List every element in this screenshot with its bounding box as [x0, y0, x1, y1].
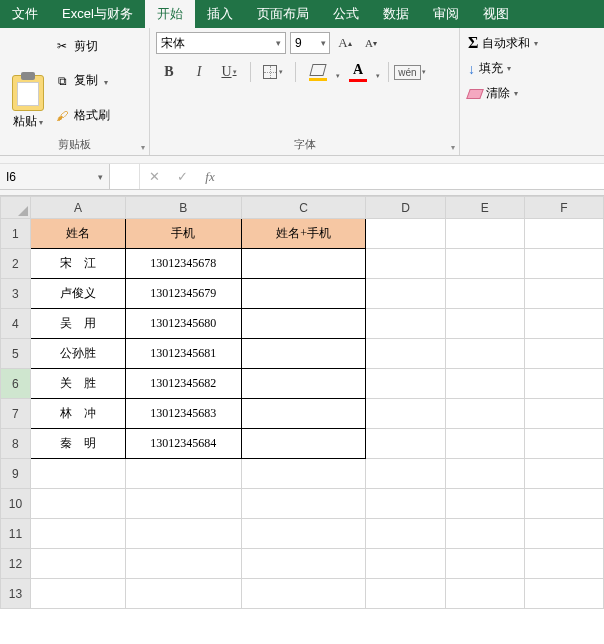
row-header-9[interactable]: 9 [1, 459, 31, 489]
cell-C9[interactable] [241, 459, 366, 489]
cell-B4[interactable]: 13012345680 [126, 309, 242, 339]
cell-F4[interactable] [524, 309, 603, 339]
font-name-select[interactable]: 宋体 [156, 32, 286, 54]
clear-button[interactable]: 清除 ▾ [468, 85, 596, 102]
bold-button[interactable]: B [156, 60, 182, 84]
cell-F13[interactable] [524, 579, 603, 609]
cell-D1[interactable] [366, 219, 445, 249]
cell-A4[interactable]: 吴 用 [30, 309, 125, 339]
cell-A7[interactable]: 林 冲 [30, 399, 125, 429]
cell-B8[interactable]: 13012345684 [126, 429, 242, 459]
cell-C8[interactable] [241, 429, 366, 459]
cell-E4[interactable] [445, 309, 524, 339]
cell-C13[interactable] [241, 579, 366, 609]
col-header-F[interactable]: F [524, 197, 603, 219]
cell-C3[interactable] [241, 279, 366, 309]
cell-D5[interactable] [366, 339, 445, 369]
cell-A5[interactable]: 公孙胜 [30, 339, 125, 369]
cell-B13[interactable] [126, 579, 242, 609]
font-color-button[interactable]: A [344, 62, 372, 82]
cell-D3[interactable] [366, 279, 445, 309]
formula-input[interactable] [224, 164, 604, 189]
cell-F1[interactable] [524, 219, 603, 249]
cell-F2[interactable] [524, 249, 603, 279]
row-header-8[interactable]: 8 [1, 429, 31, 459]
cell-E6[interactable] [445, 369, 524, 399]
paste-button[interactable]: 粘贴 [6, 32, 50, 130]
cell-B1[interactable]: 手机 [126, 219, 242, 249]
increase-font-button[interactable]: A▴ [334, 32, 356, 54]
cut-button[interactable]: ✂ 剪切 [54, 38, 110, 55]
col-header-A[interactable]: A [30, 197, 125, 219]
tab-data[interactable]: 数据 [371, 0, 421, 28]
insert-function-button[interactable]: fx [196, 169, 224, 185]
cell-D8[interactable] [366, 429, 445, 459]
cell-C10[interactable] [241, 489, 366, 519]
tab-page-layout[interactable]: 页面布局 [245, 0, 321, 28]
cell-A2[interactable]: 宋 江 [30, 249, 125, 279]
cell-E9[interactable] [445, 459, 524, 489]
cell-F7[interactable] [524, 399, 603, 429]
cell-E12[interactable] [445, 549, 524, 579]
fill-color-button[interactable] [304, 64, 332, 81]
row-header-4[interactable]: 4 [1, 309, 31, 339]
cell-B10[interactable] [126, 489, 242, 519]
select-all-corner[interactable] [1, 197, 31, 219]
cell-E3[interactable] [445, 279, 524, 309]
cell-F9[interactable] [524, 459, 603, 489]
col-header-C[interactable]: C [241, 197, 366, 219]
col-header-B[interactable]: B [126, 197, 242, 219]
col-header-E[interactable]: E [445, 197, 524, 219]
cell-E7[interactable] [445, 399, 524, 429]
tab-file[interactable]: 文件 [0, 0, 50, 28]
cell-B9[interactable] [126, 459, 242, 489]
cell-B2[interactable]: 13012345678 [126, 249, 242, 279]
cell-C2[interactable] [241, 249, 366, 279]
tab-insert[interactable]: 插入 [195, 0, 245, 28]
cell-A10[interactable] [30, 489, 125, 519]
cell-D10[interactable] [366, 489, 445, 519]
cell-E5[interactable] [445, 339, 524, 369]
underline-button[interactable]: U▾ [216, 60, 242, 84]
tab-formulas[interactable]: 公式 [321, 0, 371, 28]
borders-button[interactable]: ▾ [259, 60, 287, 84]
cell-A8[interactable]: 秦 明 [30, 429, 125, 459]
cell-E8[interactable] [445, 429, 524, 459]
tab-excel-finance[interactable]: Excel与财务 [50, 0, 145, 28]
cell-E1[interactable] [445, 219, 524, 249]
row-header-2[interactable]: 2 [1, 249, 31, 279]
cell-D4[interactable] [366, 309, 445, 339]
cell-A13[interactable] [30, 579, 125, 609]
row-header-11[interactable]: 11 [1, 519, 31, 549]
cell-D11[interactable] [366, 519, 445, 549]
tab-review[interactable]: 审阅 [421, 0, 471, 28]
cell-E11[interactable] [445, 519, 524, 549]
cell-F5[interactable] [524, 339, 603, 369]
cell-B11[interactable] [126, 519, 242, 549]
row-header-1[interactable]: 1 [1, 219, 31, 249]
cell-A3[interactable]: 卢俊义 [30, 279, 125, 309]
name-box[interactable]: I6 [0, 164, 110, 189]
cell-B6[interactable]: 13012345682 [126, 369, 242, 399]
format-painter-button[interactable]: 🖌 格式刷 [54, 107, 110, 124]
cell-A9[interactable] [30, 459, 125, 489]
cell-C7[interactable] [241, 399, 366, 429]
row-header-10[interactable]: 10 [1, 489, 31, 519]
cell-F11[interactable] [524, 519, 603, 549]
row-header-6[interactable]: 6 [1, 369, 31, 399]
phonetic-button[interactable]: wén▾ [397, 60, 423, 84]
row-header-7[interactable]: 7 [1, 399, 31, 429]
decrease-font-button[interactable]: A▾ [360, 32, 382, 54]
cell-D12[interactable] [366, 549, 445, 579]
cell-D6[interactable] [366, 369, 445, 399]
cell-F10[interactable] [524, 489, 603, 519]
row-header-12[interactable]: 12 [1, 549, 31, 579]
tab-view[interactable]: 视图 [471, 0, 521, 28]
col-header-D[interactable]: D [366, 197, 445, 219]
cell-A6[interactable]: 关 胜 [30, 369, 125, 399]
fill-button[interactable]: ↓ 填充 ▾ [468, 60, 596, 77]
cell-C6[interactable] [241, 369, 366, 399]
cell-B3[interactable]: 13012345679 [126, 279, 242, 309]
cell-C11[interactable] [241, 519, 366, 549]
row-header-5[interactable]: 5 [1, 339, 31, 369]
